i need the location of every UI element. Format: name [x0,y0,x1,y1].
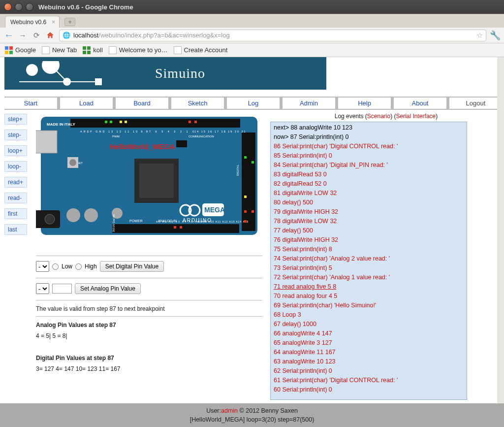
status-line: [HelloWorld_MEGA] loop=3(20) step=87(500… [0,415,504,424]
window-minimize-icon[interactable] [15,3,23,11]
browser-toolbar: ← → ⟳ 🌐 localhost/webuino/index.php?a=b&… [0,28,504,43]
log-line[interactable]: 74 Serial:print(char) 'Analog 2 value re… [274,254,464,263]
svg-rect-5 [95,78,102,85]
window-close-icon[interactable] [4,3,12,11]
log-line[interactable]: next> 88 analogWrite 10 123 [274,123,464,132]
logo-icon [15,61,104,86]
high-radio[interactable] [75,263,82,270]
btn-loop-plus[interactable]: loop+ [4,145,27,156]
log-line[interactable]: 73 Serial:println(int) 5 [274,263,464,273]
digital-pin-select[interactable]: - [36,261,49,272]
settings-wrench-icon[interactable]: 🔧 [490,31,500,40]
svg-rect-43 [189,121,191,123]
svg-text:HelloWorld_MEGA: HelloWorld_MEGA [110,142,175,151]
log-line[interactable]: 61 Serial:print(char) 'Digital CONTROL r… [274,376,464,385]
google-icon [5,46,13,54]
btn-read-minus[interactable]: read- [4,193,27,203]
arduino-board: MADE IN ITALY HelloWorld_MEGA MEGA ARDUI… [36,112,262,240]
log-line[interactable]: 78 digitalWrite LOW 32 [274,217,464,226]
svg-rect-50 [244,220,247,223]
forward-button[interactable]: → [18,31,28,40]
log-line[interactable]: 65 analogWrite 3 127 [274,338,464,348]
log-line[interactable]: 86 Serial:print(char) 'Digital CONTROL r… [274,142,464,151]
log-line[interactable]: 81 digitalWrite LOW 32 [274,189,464,198]
log-line[interactable]: 68 Loop 3 [274,310,464,320]
svg-rect-44 [194,121,197,123]
tab-close-icon[interactable]: × [52,19,55,26]
user-name: admin [221,407,238,414]
scenario-link[interactable]: Scenario [367,113,390,120]
bookmark-koll[interactable]: koll [83,46,103,54]
log-line[interactable]: 83 digitalRead 53 0 [274,170,464,179]
bookmark-star-icon[interactable]: ☆ [476,31,483,40]
bookmark-newtab[interactable]: New Tab [42,46,77,54]
nav-sketch[interactable]: Sketch [171,98,224,109]
window-title: Webuino v0.6 - Google Chrome [38,3,133,11]
nav-logout[interactable]: Logout [449,98,502,109]
svg-rect-46 [252,161,254,164]
log-line[interactable]: 66 analogWrite 4 147 [274,329,464,338]
btn-loop-minus[interactable]: loop- [4,161,27,172]
bookmark-create-account[interactable]: Create Account [174,46,228,54]
log-events-box[interactable]: next> 88 analogWrite 10 123now> 87 Seria… [270,122,467,400]
btn-last[interactable]: last [4,224,27,235]
svg-rect-18 [176,140,187,147]
log-line[interactable]: 85 Serial:println(int) 0 [274,151,464,161]
browser-tab[interactable]: Webuino v0.6 × [5,16,60,28]
log-line[interactable]: 69 Serial:println(char) 'Hello Simuino!' [274,301,464,310]
set-digital-button[interactable] [100,261,164,272]
log-line[interactable]: 84 Serial:print(char) 'Digital IN_PIN re… [274,161,464,170]
grid-icon [83,46,91,54]
log-line[interactable]: 70 read analog four 4 5 [274,292,464,301]
btn-first[interactable]: first [4,208,27,219]
low-radio[interactable] [52,263,59,270]
log-line[interactable]: 72 Serial:print(char) 'Analog 1 value re… [274,273,464,282]
svg-rect-17 [242,132,255,231]
tab-strip: Webuino v0.6 × + [0,14,504,28]
page-viewport: Simuino Start Load Board Sketch Log Admi… [0,57,504,427]
log-line[interactable]: 80 delay() 500 [274,198,464,207]
main-area: step+ step- loop+ loop- read+ read- firs… [4,112,502,400]
log-line[interactable]: 79 digitalWrite HIGH 32 [274,207,464,217]
nav-about[interactable]: About [394,98,446,109]
nav-log[interactable]: Log [227,98,280,109]
nav-admin[interactable]: Admin [283,98,335,109]
nav-board[interactable]: Board [116,98,168,109]
page-scrollbar[interactable] [497,57,504,404]
home-button[interactable] [45,31,55,40]
log-line[interactable]: 77 delay() 500 [274,226,464,235]
log-line[interactable]: 63 analogWrite 10 123 [274,357,464,366]
svg-point-9 [45,214,55,224]
log-line[interactable]: 64 analogWrite 11 167 [274,348,464,357]
bookmark-welcome[interactable]: Welcome to yo… [109,46,168,54]
reload-button[interactable]: ⟳ [32,31,41,40]
set-analog-button[interactable] [75,283,141,294]
divider [36,256,262,256]
log-line[interactable]: 82 digitalRead 52 0 [274,179,464,189]
nav-load[interactable]: Load [60,98,113,109]
bookmark-google[interactable]: Google [5,46,36,54]
address-bar[interactable]: 🌐 localhost/webuino/index.php?a=b&ac=win… [59,30,486,41]
back-button[interactable]: ← [4,31,14,40]
log-line[interactable]: 71 read analog five 5 8 [274,282,464,292]
nav-help[interactable]: Help [338,98,391,109]
btn-step-minus[interactable]: step- [4,130,27,140]
window-titlebar: Webuino v0.6 - Google Chrome [0,0,504,14]
log-line[interactable]: 60 Serial:println(int) 0 [274,385,464,394]
analog-value-input[interactable] [52,284,72,294]
nav-start[interactable]: Start [4,98,57,109]
log-line[interactable]: 62 Serial:println(int) 0 [274,366,464,376]
analog-pin-select[interactable]: - [36,283,49,294]
svg-text:COMMUNICATION: COMMUNICATION [189,135,214,138]
serial-interface-link[interactable]: Serial Interface [396,113,436,120]
divider [36,316,262,317]
btn-read-plus[interactable]: read+ [4,177,27,188]
log-line[interactable]: now> 87 Serial:println(int) 0 [274,132,464,142]
btn-step-plus[interactable]: step+ [4,114,27,125]
log-line[interactable]: 76 digitalWrite HIGH 32 [274,235,464,245]
new-tab-button[interactable]: + [64,18,75,26]
log-line[interactable]: 67 delay() 1000 [274,320,464,329]
svg-text:DIGITAL: DIGITAL [236,164,239,176]
log-line[interactable]: 75 Serial:println(int) 8 [274,245,464,254]
window-maximize-icon[interactable] [26,3,33,11]
